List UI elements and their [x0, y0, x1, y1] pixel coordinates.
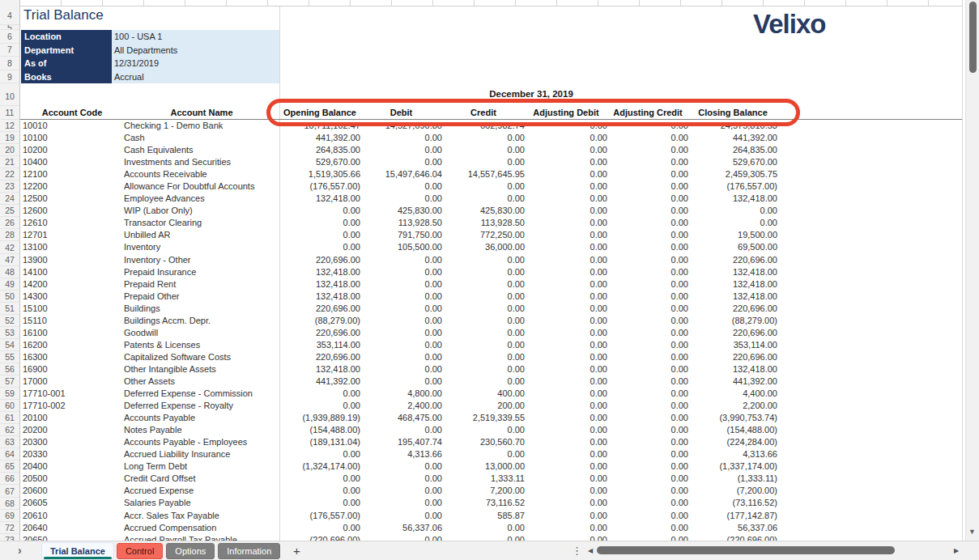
cell-amount[interactable]: 0.00 — [607, 485, 688, 497]
cell-account-name[interactable]: Transactor Clearing — [124, 217, 279, 229]
cell-amount[interactable]: 195,407.74 — [360, 436, 442, 448]
cell-amount[interactable]: 0.00 — [607, 375, 688, 388]
row-number[interactable]: 56 — [0, 363, 19, 375]
tab-trial-balance[interactable]: Trial Balance — [42, 543, 113, 559]
cell-amount[interactable]: 4,313.66 — [360, 448, 442, 460]
cell-amount[interactable]: 0.00 — [607, 327, 688, 339]
horizontal-scrollbar-thumb[interactable] — [597, 546, 895, 554]
cell-amount[interactable]: 132,418.00 — [279, 278, 360, 291]
cell-account-code[interactable]: 12500 — [20, 193, 124, 205]
row-number[interactable]: 20 — [0, 144, 19, 156]
cell-amount[interactable]: 14,557,645.95 — [442, 168, 525, 180]
cell-account-name[interactable]: Credit Card Offset — [124, 473, 279, 485]
cell-account-code[interactable]: 12600 — [20, 205, 124, 217]
cell-amount[interactable]: 468,475.00 — [360, 412, 442, 424]
cell-amount[interactable]: 0.00 — [360, 180, 442, 193]
row-number[interactable]: 12 — [0, 120, 19, 132]
cell-amount[interactable]: 0.00 — [525, 205, 607, 217]
scroll-left-icon[interactable]: ◀ — [588, 547, 593, 554]
row-number[interactable]: 9 — [0, 70, 19, 84]
cell-amount[interactable]: 132,418.00 — [688, 291, 777, 303]
cell-amount[interactable]: 0.00 — [442, 424, 525, 436]
cell-amount[interactable]: 0.00 — [442, 303, 525, 315]
cell-amount[interactable]: 132,418.00 — [688, 363, 777, 375]
cell-account-code[interactable]: 15100 — [20, 303, 124, 315]
cell-amount[interactable]: 0.00 — [607, 144, 688, 156]
cell-amount[interactable]: (176,557.00) — [279, 180, 360, 193]
cell-amount[interactable]: (88,279.00) — [279, 315, 360, 327]
cell-amount[interactable]: 0.00 — [607, 303, 688, 315]
cell-amount[interactable]: 0.00 — [607, 412, 688, 424]
cell-amount[interactable]: 132,418.00 — [688, 266, 777, 278]
add-sheet-icon[interactable]: + — [293, 544, 300, 558]
row-number[interactable]: 21 — [0, 156, 19, 168]
cell-amount[interactable]: 0.00 — [525, 473, 607, 485]
cell-amount[interactable]: 0.00 — [279, 388, 360, 400]
cell-amount[interactable]: 56,337.06 — [360, 522, 442, 534]
cell-amount[interactable]: 0.00 — [607, 363, 688, 375]
cell-amount[interactable]: 585.87 — [442, 510, 525, 522]
more-menu-icon[interactable]: ⋮ — [572, 545, 582, 557]
cell-amount[interactable]: 132,418.00 — [279, 291, 360, 303]
cell-amount[interactable]: (88,279.00) — [688, 315, 777, 327]
cell-amount[interactable]: 0.00 — [607, 315, 688, 327]
cell-account-code[interactable]: 20500 — [20, 473, 124, 485]
row-number[interactable]: 66 — [0, 473, 19, 485]
cell-amount[interactable]: 0.00 — [525, 132, 607, 144]
cell-amount[interactable]: 0.00 — [607, 180, 688, 193]
cell-amount[interactable]: 0.00 — [279, 400, 360, 412]
cell-account-name[interactable]: Employee Advances — [124, 193, 279, 205]
cell-amount[interactable]: (1,324,174.00) — [279, 460, 360, 473]
cell-amount[interactable]: (1,337,174.00) — [688, 460, 777, 473]
cell-amount[interactable]: 113,928.50 — [442, 217, 525, 229]
cell-amount[interactable]: 0.00 — [442, 375, 525, 388]
row-number[interactable]: 4 — [0, 6, 19, 25]
scroll-right-icon[interactable]: ▶ — [954, 547, 959, 554]
cell-amount[interactable]: 2,519,339.55 — [442, 412, 525, 424]
cell-amount[interactable]: 0.00 — [525, 193, 607, 205]
cell-account-code[interactable]: 17000 — [20, 375, 124, 388]
cell-amount[interactable]: (7,200.00) — [688, 485, 777, 497]
filter-value-books[interactable]: Accrual — [112, 70, 279, 84]
cell-amount[interactable]: 0.00 — [360, 460, 442, 473]
cell-account-code[interactable]: 20610 — [20, 510, 124, 522]
row-number[interactable]: 49 — [0, 278, 19, 291]
cell-amount[interactable]: 0.00 — [525, 460, 607, 473]
row-number[interactable]: 51 — [0, 303, 19, 315]
cell-amount[interactable]: 0.00 — [525, 510, 607, 522]
col-header-account-code[interactable]: Account Code — [20, 106, 124, 119]
cell-amount[interactable]: 0.00 — [360, 315, 442, 327]
cell-amount[interactable]: 7,200.00 — [442, 485, 525, 497]
row-number[interactable]: 63 — [0, 436, 19, 448]
cell-amount[interactable]: (154,488.00) — [688, 424, 777, 436]
cell-amount[interactable]: 0.00 — [607, 229, 688, 241]
cell-account-name[interactable]: Deferred Expense - Royalty — [124, 400, 279, 412]
cell-account-code[interactable]: 10200 — [20, 144, 124, 156]
cell-amount[interactable]: 441,392.00 — [688, 132, 777, 144]
cell-amount[interactable]: 0.00 — [525, 180, 607, 193]
cell-account-name[interactable]: Prepaid Rent — [124, 278, 279, 291]
row-number[interactable]: 19 — [0, 132, 19, 144]
cell-amount[interactable]: 0.00 — [442, 291, 525, 303]
cell-account-code[interactable]: 13100 — [20, 241, 124, 253]
row-number[interactable]: 57 — [0, 375, 19, 388]
row-number[interactable]: 59 — [0, 388, 19, 400]
cell-amount[interactable]: 0.00 — [279, 241, 360, 253]
cell-account-code[interactable]: 17710-001 — [20, 388, 124, 400]
row-number[interactable]: 69 — [0, 510, 19, 522]
cell-account-code[interactable]: 17710-002 — [20, 400, 124, 412]
cell-amount[interactable]: 0.00 — [279, 205, 360, 217]
cell-amount[interactable]: 0.00 — [360, 144, 442, 156]
row-number[interactable]: 65 — [0, 460, 19, 473]
cell-amount[interactable]: 0.00 — [442, 132, 525, 144]
filter-value-asof[interactable]: 12/31/2019 — [112, 57, 279, 70]
row-number[interactable]: 61 — [0, 412, 19, 424]
cell-account-name[interactable]: Buildings Accm. Depr. — [124, 315, 279, 327]
cell-amount[interactable]: 0.00 — [360, 534, 442, 541]
row-number[interactable]: 24 — [0, 193, 19, 205]
cell-amount[interactable]: 0.00 — [360, 339, 442, 351]
cell-amount[interactable]: 0.00 — [607, 168, 688, 180]
cell-amount[interactable]: 0.00 — [607, 291, 688, 303]
cell-amount[interactable]: 0.00 — [607, 254, 688, 266]
filter-label-department[interactable]: Department — [21, 44, 112, 57]
